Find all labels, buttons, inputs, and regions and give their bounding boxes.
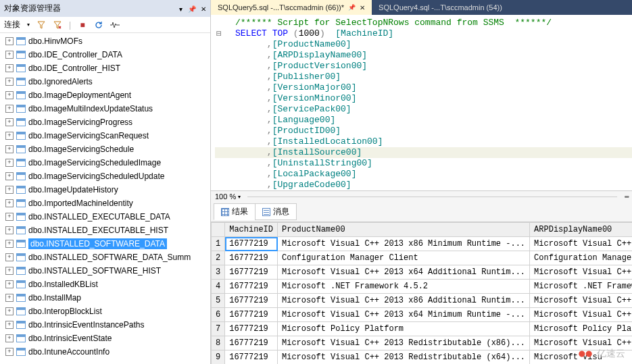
grid-cell[interactable]: 16777219 xyxy=(225,265,278,280)
results-grid[interactable]: MachineIDProductName00ARPDisplayName0011… xyxy=(211,222,632,364)
tree-item[interactable]: +dbo.ImageMultiIndexUpdateStatus xyxy=(0,102,210,115)
expand-icon[interactable]: + xyxy=(5,37,14,45)
tree-item[interactable]: +dbo.IgnoredAlerts xyxy=(0,75,210,88)
grid-cell[interactable]: Microsoft Visual C++ 2013 x86 Mi xyxy=(530,237,632,251)
tree-item[interactable]: +dbo.InstallMap xyxy=(0,291,210,305)
tree-item[interactable]: +dbo.IntrinsicEventState xyxy=(0,332,210,345)
tree-item[interactable]: +dbo.INSTALLED_SOFTWARE_DATA xyxy=(0,237,210,251)
tree-item[interactable]: +dbo.INSTALLED_SOFTWARE_DATA_Summ xyxy=(0,251,210,264)
expand-icon[interactable]: + xyxy=(5,172,14,180)
filter-icon[interactable] xyxy=(37,20,46,30)
tree-item[interactable]: +dbo.IDE_Controller_HIST xyxy=(0,61,210,75)
tree-item[interactable]: +dbo.HinvMOFs xyxy=(0,34,210,48)
column-header[interactable]: ProductName00 xyxy=(278,223,530,237)
close-icon[interactable]: ✕ xyxy=(201,5,206,13)
code-line[interactable]: ,[ProductVersion00] xyxy=(215,61,632,72)
refresh-icon[interactable] xyxy=(94,20,103,30)
code-line[interactable]: ,[ProductID00] xyxy=(215,126,632,136)
tree-item[interactable]: +dbo.ImageServicingSchedule xyxy=(0,142,210,156)
grid-cell[interactable]: 16777219 xyxy=(225,322,278,336)
tree-item[interactable]: +dbo.INSTALLED_SOFTWARE_HIST xyxy=(0,264,210,278)
grid-cell[interactable]: 16777219 xyxy=(225,251,278,265)
table-row[interactable]: 516777219Microsoft Visual C++ 2013 x86 A… xyxy=(212,294,633,308)
row-number[interactable]: 9 xyxy=(212,350,225,365)
grid-cell[interactable]: Microsoft Visual C++ 2013 Redistributabl… xyxy=(278,336,530,350)
grid-cell[interactable]: Microsoft Visual C++ 2013 Redist xyxy=(530,336,632,350)
table-row[interactable]: 216777219Configuration Manager ClientCon… xyxy=(212,251,633,265)
grid-cell[interactable]: Microsoft Visual C++ 2013 x64 Ad xyxy=(530,265,632,280)
connect-label[interactable]: 连接 xyxy=(4,19,20,30)
row-number[interactable]: 7 xyxy=(212,322,225,336)
code-line[interactable]: ,[VersionMajor00] xyxy=(215,82,632,93)
code-line[interactable]: ,[ARPDisplayName00] xyxy=(215,50,632,61)
pin-icon[interactable]: 📌 xyxy=(348,4,356,11)
tree-item[interactable]: +dbo.IntuneAccountInfo xyxy=(0,345,210,359)
tree-item[interactable]: +dbo.IDE_Controller_DATA xyxy=(0,48,210,61)
code-line[interactable]: ,[InstallSource00] xyxy=(215,147,632,158)
code-line[interactable]: ,[ServicePack00] xyxy=(215,104,632,115)
expand-icon[interactable]: + xyxy=(5,51,14,59)
expand-icon[interactable]: + xyxy=(5,253,14,261)
grid-cell[interactable]: Microsoft Visual C++ 2013 x86 Minimum Ru… xyxy=(278,237,530,251)
table-row[interactable]: 316777219Microsoft Visual C++ 2013 x64 A… xyxy=(212,265,633,280)
table-row[interactable]: 116777219Microsoft Visual C++ 2013 x86 M… xyxy=(212,237,633,251)
zoom-level[interactable]: 100 % xyxy=(215,192,241,201)
grid-cell[interactable]: 16777219 xyxy=(225,336,278,350)
expand-icon[interactable]: + xyxy=(5,348,14,356)
tree-item[interactable]: +dbo.ImageServicingScheduledUpdate xyxy=(0,170,210,183)
editor-tab[interactable]: SQLQuery4.sql -...T\sccmadmin (54)) xyxy=(372,0,509,15)
table-row[interactable]: 616777219Microsoft Visual C++ 2013 x64 M… xyxy=(212,308,633,322)
expand-icon[interactable]: + xyxy=(5,105,14,113)
grid-cell[interactable]: Microsoft .NET Framework 4.5.2 xyxy=(530,280,632,294)
expand-icon[interactable]: + xyxy=(5,91,14,99)
expand-icon[interactable]: + xyxy=(5,294,14,302)
splitter-grip-icon[interactable]: ••• xyxy=(624,192,628,201)
expand-icon[interactable]: + xyxy=(5,240,14,248)
expand-icon[interactable]: + xyxy=(5,321,14,329)
row-number[interactable]: 8 xyxy=(212,336,225,350)
code-line[interactable]: ,[Publisher00] xyxy=(215,72,632,82)
expand-icon[interactable]: + xyxy=(5,307,14,315)
tab-results[interactable]: 结果 xyxy=(214,203,256,220)
expand-icon[interactable]: + xyxy=(5,159,14,167)
row-number[interactable]: 4 xyxy=(212,280,225,294)
connect-dropdown-icon[interactable]: ▾ xyxy=(27,22,30,28)
filter-clear-icon[interactable] xyxy=(53,20,62,30)
fold-icon[interactable]: ⊟ xyxy=(211,28,227,39)
expand-icon[interactable]: + xyxy=(5,199,14,207)
expand-icon[interactable]: + xyxy=(5,118,14,126)
expand-icon[interactable]: + xyxy=(5,145,14,153)
code-line[interactable]: ,[Language00] xyxy=(215,115,632,126)
grid-cell[interactable]: 16777219 xyxy=(225,350,278,365)
code-line[interactable]: ,[InstalledLocation00] xyxy=(215,136,632,147)
code-line[interactable]: SELECT TOP (1000) [MachineID] xyxy=(215,28,632,39)
tree-item[interactable]: +dbo.ImageServicingScheduledImage xyxy=(0,156,210,170)
code-line[interactable]: /****** Script for SelectTopNRows comman… xyxy=(215,18,632,28)
grid-cell[interactable]: Microsoft Visu xyxy=(530,350,632,365)
editor-tab[interactable]: SQLQuery5.sql -...T\sccmadmin (66))*📌✕ xyxy=(211,0,372,15)
column-header[interactable]: ARPDisplayName00 xyxy=(530,223,632,237)
tree-item[interactable]: +dbo.ImageUpdateHistory xyxy=(0,183,210,197)
sql-editor[interactable]: /****** Script for SelectTopNRows comman… xyxy=(211,15,632,190)
grid-cell[interactable]: Microsoft Policy Platform xyxy=(278,322,530,336)
row-number[interactable]: 5 xyxy=(212,294,225,308)
grid-cell[interactable]: Microsoft Visual C++ 2013 Redistributabl… xyxy=(278,350,530,365)
grid-cell[interactable]: Microsoft Visual C++ 2013 x64 Minimum Ru… xyxy=(278,308,530,322)
code-line[interactable]: ,[UninstallString00] xyxy=(215,158,632,169)
close-icon[interactable]: ✕ xyxy=(360,4,365,11)
grid-cell[interactable]: Microsoft Visual C++ 2013 x64 Mi xyxy=(530,308,632,322)
tree-item[interactable]: +dbo.ImageServicingScanRequest xyxy=(0,129,210,142)
tree-item[interactable]: +dbo.INSTALLED_EXECUTABLE_DATA xyxy=(0,210,210,224)
expand-icon[interactable]: + xyxy=(5,64,14,72)
tree-item[interactable]: +dbo.InstalledKBList xyxy=(0,278,210,291)
tree-item[interactable]: +dbo.INSTALLED_EXECUTABLE_HIST xyxy=(0,224,210,237)
row-number[interactable]: 2 xyxy=(212,251,225,265)
tree-item[interactable]: +dbo.ImageDeploymentAgent xyxy=(0,88,210,102)
pin-icon[interactable]: 📌 xyxy=(188,5,196,13)
expand-icon[interactable]: + xyxy=(5,213,14,221)
object-explorer-tree[interactable]: +dbo.HinvMOFs+dbo.IDE_Controller_DATA+db… xyxy=(0,33,210,364)
table-row[interactable]: 416777219Microsoft .NET Framework 4.5.2M… xyxy=(212,280,633,294)
expand-icon[interactable]: + xyxy=(5,334,14,342)
tree-item[interactable]: +dbo.IntrinsicEventInstancePaths xyxy=(0,318,210,332)
grid-cell[interactable]: Configuration Manager Client xyxy=(530,251,632,265)
